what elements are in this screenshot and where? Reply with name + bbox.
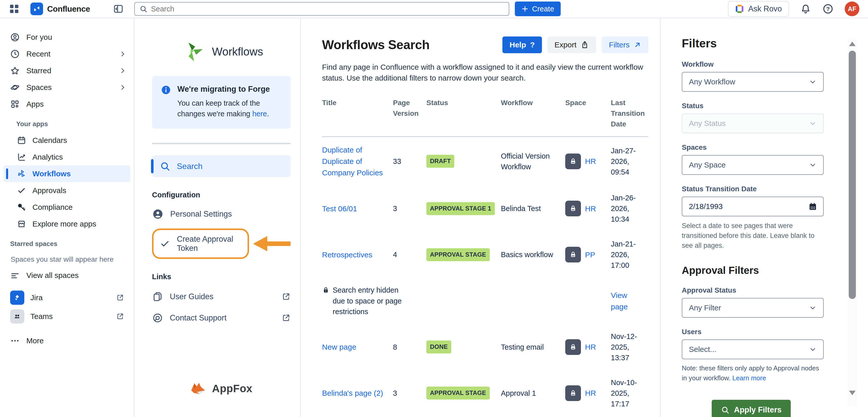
check-icon (17, 186, 26, 195)
sidebar-item-label: Compliance (32, 203, 72, 212)
space-link[interactable]: PP (585, 249, 595, 260)
external-link-icon (116, 294, 124, 302)
vertical-scrollbar[interactable] (848, 38, 857, 406)
view-all-spaces-button[interactable]: View all spaces (0, 267, 134, 284)
page-link[interactable]: Duplicate of Duplicate of Company Polici… (322, 146, 383, 177)
sidebar-item-label: For you (26, 33, 52, 41)
starred-spaces-label: Starred spaces (0, 232, 134, 252)
approval-filters-note: Note: these filters only apply to Approv… (682, 363, 824, 383)
users-filter-select[interactable]: Select... (682, 340, 824, 359)
scroll-down-arrow-icon[interactable] (849, 391, 856, 395)
search-input[interactable] (151, 5, 504, 13)
restricted-text: Search entry hidden due to space or page… (333, 285, 409, 317)
table-row: New page 8 DONE Testing email HR Nov-12-… (322, 324, 648, 370)
sidebar-item-compliance[interactable]: Compliance (0, 199, 134, 216)
topbar: Confluence Create (0, 0, 868, 18)
sidebar-collapse-button[interactable] (113, 3, 124, 15)
chevron-down-icon (809, 120, 816, 127)
user-avatar[interactable]: AF (845, 2, 859, 16)
calendar-icon (17, 135, 26, 145)
table-row-restricted: Search entry hidden due to space or page… (322, 278, 648, 324)
col-last-transition-date: Last Transition Date (611, 98, 649, 129)
space-link[interactable]: HR (585, 342, 596, 353)
sidebar-item-spaces[interactable]: Spaces (0, 79, 134, 96)
create-button[interactable]: Create (515, 2, 561, 16)
sidebar-link-jira[interactable]: Jira (0, 288, 134, 307)
sidebar-link-label: Teams (30, 312, 53, 321)
view-page-link[interactable]: View page (611, 290, 632, 312)
contact-support-link[interactable]: Contact Support (152, 312, 290, 323)
ask-rovo-button[interactable]: Ask Rovo (728, 1, 789, 17)
status-filter-select[interactable]: Any Status (682, 114, 824, 133)
sidebar-item-calendars[interactable]: Calendars (0, 132, 134, 149)
workflow-name: Official Version Workflow (501, 151, 560, 172)
create-approval-token-wrap: Create Approval Token (152, 228, 290, 259)
apply-filters-button[interactable]: Apply Filters (712, 400, 791, 417)
notifications-button[interactable] (800, 3, 811, 14)
user-guides-label: User Guides (170, 292, 213, 301)
sidebar-item-for-you[interactable]: For you (0, 29, 134, 45)
planet-icon (10, 83, 20, 92)
sidebar-item-apps[interactable]: Apps (0, 96, 134, 113)
personal-settings-item[interactable]: Personal Settings (152, 208, 290, 220)
table-row: Belinda's page (2) 3 APPROVAL STAGE Appr… (322, 370, 648, 416)
bell-icon (800, 3, 811, 14)
export-button[interactable]: Export (548, 36, 596, 53)
workflow-name: Approval 1 (501, 388, 560, 398)
help-button[interactable]: Help ? (502, 36, 542, 53)
page-link[interactable]: Belinda's page (2) (322, 389, 383, 397)
page-link[interactable]: New page (322, 343, 356, 351)
status-badge: APPROVAL STAGE (426, 248, 490, 261)
chevron-down-icon (809, 78, 816, 86)
space-avatar-lock-icon (565, 385, 581, 401)
space-link[interactable]: HR (585, 156, 596, 167)
transition-date-input[interactable] (689, 202, 808, 211)
lock-icon (322, 286, 330, 294)
approval-status-value: Any Filter (689, 303, 721, 312)
sidebar-item-starred[interactable]: Starred (0, 62, 134, 79)
sidebar-item-explore-more-apps[interactable]: Explore more apps (0, 216, 134, 232)
confluence-logo[interactable]: Confluence (30, 3, 90, 15)
workflow-filter-select[interactable]: Any Workflow (682, 72, 824, 92)
scrollbar-thumb[interactable] (849, 51, 856, 299)
sidebar-item-label: More (26, 336, 43, 345)
transition-date-field[interactable] (682, 197, 824, 216)
topbar-right: Ask Rovo ? AF (728, 1, 868, 17)
workflows-app-nav: Workflows We're migrating to Forge You c… (134, 18, 301, 417)
sidebar-item-recent[interactable]: Recent (0, 45, 134, 62)
sidebar-item-more[interactable]: More (0, 332, 134, 349)
spaces-filter-select[interactable]: Any Space (682, 155, 824, 175)
create-approval-token-label: Create Approval Token (177, 234, 238, 253)
page-title: Workflows Search (322, 37, 430, 52)
divider (152, 143, 290, 144)
help-button[interactable]: ? (823, 3, 834, 14)
app-grid-icon (9, 3, 20, 14)
calendar-icon (808, 202, 817, 211)
user-guides-link[interactable]: User Guides (152, 291, 290, 302)
create-approval-token-item[interactable]: Create Approval Token (152, 228, 249, 259)
topbar-left: Confluence (0, 3, 134, 15)
sidebar-item-analytics[interactable]: Analytics (0, 149, 134, 165)
space-link[interactable]: HR (585, 203, 596, 214)
sidebar-item-approvals[interactable]: Approvals (0, 182, 134, 199)
appnav-search-label: Search (177, 162, 203, 171)
page-link[interactable]: Retrospectives (322, 251, 372, 259)
links-section-label: Links (152, 272, 290, 281)
global-search[interactable] (134, 2, 509, 16)
space-link[interactable]: HR (585, 388, 596, 399)
sidebar-link-teams[interactable]: Teams (0, 307, 134, 326)
search-icon (140, 5, 148, 13)
sidebar-item-workflows[interactable]: Workflows (4, 165, 130, 182)
learn-more-link[interactable]: Learn more (732, 374, 766, 382)
approval-status-select[interactable]: Any Filter (682, 298, 824, 318)
banner-here-link[interactable]: here (252, 110, 267, 118)
key-icon (17, 202, 26, 212)
filters-link-button[interactable]: Filters (602, 36, 648, 53)
page-link[interactable]: Test 06/01 (322, 204, 357, 213)
app-switcher-button[interactable] (9, 3, 20, 14)
status-filter-value: Any Status (689, 119, 725, 128)
appnav-search-item[interactable]: Search (152, 155, 290, 177)
col-workflow: Workflow (501, 98, 560, 129)
scroll-up-arrow-icon[interactable] (849, 41, 856, 46)
panel-collapse-icon (113, 3, 124, 15)
